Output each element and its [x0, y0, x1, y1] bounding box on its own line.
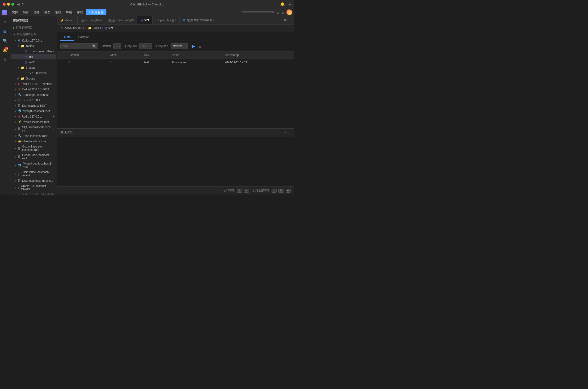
shift-key: ⇧ [272, 189, 277, 193]
titlebar-controls: 🔔 ⋯ [280, 2, 291, 6]
sidebar-item-test2[interactable]: ▤ test2 [11, 60, 56, 65]
sub-tab-partition[interactable]: Partition [74, 34, 93, 41]
tab-test[interactable]: ▤ test [137, 16, 153, 24]
sidebar-item-redis-6069[interactable]: ▶ ⊛ Redis-127.0.0.1-6069 [11, 87, 56, 92]
sidebar-item-mysql8[interactable]: ▶ 🐬 Mysql8-localhost-root [11, 109, 56, 114]
sidebar-item-oceanbase[interactable]: ▶ 🗄 OceanBase-localhost-root [11, 153, 56, 161]
groups-arrow: ▶ [17, 77, 21, 80]
sidebar-item-redis-main[interactable]: ▶ ⊛ Redis-127.0.0.1 ● [11, 114, 56, 119]
sidebar-item-redis-111[interactable]: ▶ ⊛ Redis-111.67.196.4-6679 [11, 192, 56, 194]
tab-dev-sql[interactable]: ⚡ dev.sql [57, 16, 78, 24]
monitor-icon[interactable]: ⊞ [198, 44, 202, 48]
menu-file[interactable]: 文件 [10, 9, 20, 15]
sidebar-item-topics[interactable]: ▼ 📁 Topics [11, 43, 56, 48]
menu-goto[interactable]: 前往 [53, 9, 63, 15]
data-table: Partition Offset Key Value Timestamp 1 0… [57, 51, 294, 66]
sidebar-item-oceanbase-sys[interactable]: ▶ 🗄 OceanBase-sys-localhost-root [11, 144, 56, 152]
layout-icon-1[interactable]: ⊟ [277, 10, 279, 14]
run-button[interactable]: ▶ [191, 43, 196, 49]
search-icon[interactable]: 🔍 [1, 37, 9, 44]
sidebar-item-db2[interactable]: ▶ 🗄 DB2-localhost2-db2inst1 [11, 178, 56, 183]
sidebar-item-test[interactable]: ▤ test [11, 54, 56, 59]
partition-select[interactable] [113, 43, 121, 49]
sidebar-item-etcd[interactable]: ▶ ⬡ Etcd-127.0.0.1 [11, 98, 56, 103]
sidebar-item-redis-sentinel[interactable]: ▶ ⊛ Redis-127.0.0.1-sentinel [11, 81, 56, 86]
menu-help[interactable]: 帮助 [75, 9, 85, 15]
test2-topic-icon: ▤ [25, 61, 27, 64]
tab-more-icon[interactable]: ⋯ [289, 18, 292, 22]
redis-111-icon: ⊛ [18, 193, 21, 194]
menu-icon[interactable]: ⋯ [288, 2, 291, 6]
env-dropdown[interactable] [242, 11, 275, 13]
menu-select[interactable]: 选择 [31, 9, 41, 15]
menu-terminal[interactable]: 终端 [64, 9, 74, 15]
execute-all-sql-row: 执行全部SQL ⇧ ⌘ ↵ [253, 189, 291, 193]
breadcrumb-test[interactable]: test [109, 27, 113, 30]
dm-arrow: ▶ [15, 104, 18, 107]
query-results-actions: ⤢ − [284, 131, 291, 134]
new-service-button[interactable]: + 新建服务 [86, 9, 106, 15]
breadcrumb-topics[interactable]: Topics [93, 27, 101, 30]
topics-label: Topics [26, 44, 34, 48]
breadcrumb-kafka[interactable]: Kafka-127.0.0.1 [64, 27, 85, 30]
sidebar-item-trino[interactable]: ▶ 🔧 Trino-localhost-root [11, 133, 56, 138]
sidebar-item-brokers[interactable]: ▼ 📁 Brokers [11, 65, 56, 70]
minimize-button[interactable] [7, 3, 10, 6]
groups-label: Groups [26, 77, 35, 80]
sidebar-item-sqlserver[interactable]: ▶ 🗄 SQLServer-localhost2-sa ● [11, 125, 56, 133]
layout-icon-2[interactable]: ⊞ [281, 10, 284, 14]
sidebar-item-zookeeper[interactable]: ▶ 🔧 Zookeeper-localhost [11, 92, 56, 97]
tab-json-test[interactable]: Str json_test@0 [153, 16, 180, 24]
sidebar-item-kafka[interactable]: ▼ ⚙ Kafka-127.0.0.1 [11, 38, 56, 43]
redis-111-label: Redis-111.67.196.4-6679 [22, 193, 54, 195]
sidebar-toggle-icon[interactable]: ≡ [1, 18, 9, 26]
back-icon[interactable]: ◀ [17, 2, 20, 6]
sqlserver-label: SQLServer-localhost2-sa [22, 126, 53, 132]
query-toolbar: 🔍 Partition ▾ QuerySize 100 ▾ QuerySta [57, 41, 294, 51]
redis6069-icon: ⊛ [18, 88, 21, 91]
sidebar-item-oracle[interactable]: ▶ ○ Oracle18c-localhost1-ORACLE [11, 184, 56, 192]
sidebar-item-consumer-offsets[interactable]: ▤ __consumer_offsets [11, 49, 56, 54]
sidebar-item-mysql8-dev[interactable]: ▶ 🐬 Mysql8-dev-localhost2-root [11, 161, 56, 169]
user-avatar[interactable]: U [286, 9, 292, 15]
oracle-icon: ○ [18, 186, 20, 190]
search-box[interactable]: 🔍 [61, 43, 98, 49]
tab-hash-test-icon: Hash [109, 19, 115, 22]
sidebar-item-hive[interactable]: ▶ 🐝 Hive-localhost-root [11, 139, 56, 144]
reload-icon[interactable]: ↻ [22, 2, 24, 6]
menu-view[interactable]: 视图 [42, 9, 52, 15]
tab-sp-test[interactable]: # sp_test@test [78, 16, 105, 24]
sub-tab-data[interactable]: Data [61, 34, 74, 41]
sidebar-item-presto[interactable]: ▶ ⚡ Presto-localhost-root [11, 119, 56, 124]
tab-hash-test[interactable]: Hash hash_test@0 [105, 16, 137, 24]
tab-sp-test2[interactable]: ⊞ sp_test@test(编辑表) [180, 16, 217, 24]
extensions-icon[interactable]: ⊛ [1, 56, 9, 63]
search-input[interactable] [62, 44, 91, 48]
table-row[interactable]: 1 0 0 test this is a test 2024-11-23 17:… [57, 59, 294, 66]
maximize-button[interactable] [11, 3, 14, 6]
hive-icon: 🐝 [18, 139, 22, 143]
notification-bar-icon[interactable]: 🔔 18 [1, 46, 9, 54]
sidebar-item-clickhouse[interactable]: ▶ ||| ClickHouse-localhost2-default [11, 170, 56, 178]
collapse-icon[interactable]: − [289, 131, 291, 134]
sidebar-item-groups[interactable]: ▶ 📁 Groups [11, 76, 56, 81]
expand-icon[interactable]: ⤢ [284, 131, 287, 134]
topics-icon: 📁 [21, 44, 25, 48]
sidebar-item-broker[interactable]: ⬡ 127.0.0.1:9092 [11, 70, 56, 75]
col-offset: Offset [107, 51, 141, 59]
sidebar-title: 资源管理器 [13, 18, 28, 23]
menu-edit[interactable]: 编辑 [21, 9, 31, 15]
explorer-icon[interactable]: ⊞ [1, 27, 9, 35]
querysize-select[interactable]: 100 [139, 43, 152, 49]
notification-icon[interactable]: 🔔 [280, 2, 285, 6]
close-button[interactable] [3, 3, 6, 6]
tab-sp-test-icon: # [81, 19, 84, 22]
sidebar-item-dm[interactable]: ▶ 🗄 DM-localhost-TEST [11, 103, 56, 108]
open-editors-section[interactable]: ▶ 打开的编辑器 [10, 24, 57, 31]
presto-icon: ⚡ [18, 120, 22, 124]
recent-services-section[interactable]: ▼ 最近使用的服务 [10, 31, 57, 38]
querystart-select[interactable]: Newest [171, 43, 188, 49]
add-icon[interactable]: + [204, 44, 206, 48]
tab-split-icon[interactable]: ⊞ [284, 18, 287, 22]
oceanbase-label: OceanBase-localhost-root [22, 153, 54, 160]
